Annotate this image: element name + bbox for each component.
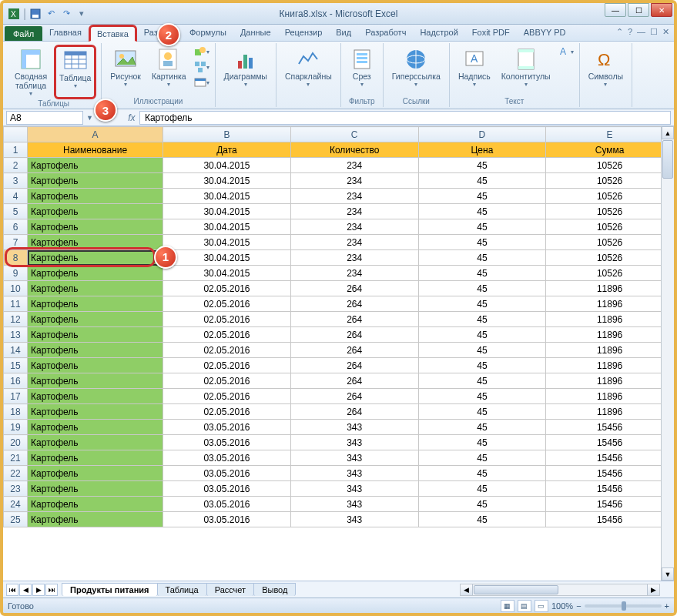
header-cell-4[interactable]: Сумма	[546, 142, 674, 158]
tab-рецензир[interactable]: Рецензир	[278, 25, 330, 41]
hscroll-thumb[interactable]	[474, 585, 558, 594]
cell-B10[interactable]: 02.05.2016	[163, 281, 291, 296]
tab-надстрой[interactable]: Надстрой	[413, 25, 464, 41]
minimize-button[interactable]: —	[605, 3, 626, 17]
cell-A15[interactable]: Картофель	[28, 358, 163, 373]
cell-A7[interactable]: Картофель	[28, 235, 163, 250]
cell-E21[interactable]: 15456	[546, 450, 674, 466]
cell-C13[interactable]: 264	[290, 327, 418, 343]
cell-D23[interactable]: 45	[418, 481, 546, 497]
cell-A9[interactable]: Картофель	[28, 266, 163, 281]
cell-A6[interactable]: Картофель	[28, 219, 163, 235]
row-header-12[interactable]: 12	[4, 312, 28, 327]
table-button[interactable]: Таблица▾	[54, 45, 96, 99]
tab-abbyy pd[interactable]: ABBYY PD	[517, 25, 573, 41]
cell-A10[interactable]: Картофель	[28, 281, 163, 296]
header-cell-1[interactable]: Дата	[163, 142, 291, 158]
cell-C9[interactable]: 234	[290, 266, 418, 281]
worksheet-area[interactable]: ABCDE1НаименованиеДатаКоличествоЦенаСумм…	[3, 126, 674, 581]
row-header-9[interactable]: 9	[4, 266, 28, 281]
cell-A19[interactable]: Картофель	[28, 420, 163, 435]
cell-B3[interactable]: 30.04.2015	[163, 173, 291, 189]
cell-C18[interactable]: 264	[290, 404, 418, 420]
cell-E19[interactable]: 15456	[546, 420, 674, 435]
row-header-16[interactable]: 16	[4, 373, 28, 389]
picture-button[interactable]: Рисунок▾	[106, 45, 145, 90]
cell-D22[interactable]: 45	[418, 466, 546, 481]
cell-C4[interactable]: 234	[290, 189, 418, 204]
formula-input[interactable]: Картофель	[139, 111, 671, 125]
maximize-button[interactable]: ☐	[628, 3, 649, 17]
cell-C10[interactable]: 264	[290, 281, 418, 296]
cell-E24[interactable]: 15456	[546, 497, 674, 512]
col-header-B[interactable]: B	[163, 127, 291, 142]
cell-C14[interactable]: 264	[290, 343, 418, 358]
clipart-button[interactable]: Картинка▾	[148, 45, 190, 90]
select-all-cell[interactable]	[4, 127, 28, 142]
headerfooter-button[interactable]: Колонтитулы▾	[498, 45, 555, 90]
cell-D16[interactable]: 45	[418, 373, 546, 389]
cell-B12[interactable]: 02.05.2016	[163, 312, 291, 327]
row-header-1[interactable]: 1	[4, 142, 28, 158]
row-header-3[interactable]: 3	[4, 173, 28, 189]
namebox-dropdown-icon[interactable]: ▼	[86, 114, 93, 122]
qat-customize-icon[interactable]: ▾	[75, 8, 88, 20]
cell-D3[interactable]: 45	[418, 173, 546, 189]
row-header-7[interactable]: 7	[4, 235, 28, 250]
cell-A20[interactable]: Картофель	[28, 435, 163, 450]
fx-icon[interactable]: fx	[124, 112, 139, 123]
vscroll-thumb[interactable]	[662, 140, 673, 179]
cell-C2[interactable]: 234	[290, 158, 418, 173]
zoom-out-icon[interactable]: −	[576, 601, 581, 611]
cell-A5[interactable]: Картофель	[28, 204, 163, 219]
row-header-4[interactable]: 4	[4, 189, 28, 204]
cell-C12[interactable]: 264	[290, 312, 418, 327]
header-cell-0[interactable]: Наименование	[28, 142, 163, 158]
charts-button[interactable]: Диаграммы▾	[220, 45, 271, 90]
cell-B19[interactable]: 03.05.2016	[163, 420, 291, 435]
cell-B6[interactable]: 30.04.2015	[163, 219, 291, 235]
doc-minimize-icon[interactable]: —	[637, 27, 645, 37]
cell-A16[interactable]: Картофель	[28, 373, 163, 389]
col-header-C[interactable]: C	[290, 127, 418, 142]
sheet-tab-1[interactable]: Таблица	[157, 583, 207, 596]
zoom-level[interactable]: 100%	[551, 601, 573, 611]
cell-D20[interactable]: 45	[418, 435, 546, 450]
row-header-8[interactable]: 8	[4, 250, 28, 266]
cell-C3[interactable]: 234	[290, 173, 418, 189]
doc-close-icon[interactable]: ✕	[662, 27, 669, 37]
cell-C16[interactable]: 264	[290, 373, 418, 389]
cell-A22[interactable]: Картофель	[28, 466, 163, 481]
cell-A12[interactable]: Картофель	[28, 312, 163, 327]
cell-D12[interactable]: 45	[418, 312, 546, 327]
cell-B2[interactable]: 30.04.2015	[163, 158, 291, 173]
cell-E15[interactable]: 11896	[546, 358, 674, 373]
undo-icon[interactable]: ↶	[45, 8, 57, 20]
row-header-11[interactable]: 11	[4, 296, 28, 312]
cell-E6[interactable]: 10526	[546, 219, 674, 235]
row-header-22[interactable]: 22	[4, 466, 28, 481]
cell-E20[interactable]: 15456	[546, 435, 674, 450]
cell-E8[interactable]: 10526	[546, 250, 674, 266]
cell-D17[interactable]: 45	[418, 389, 546, 404]
cell-A13[interactable]: Картофель	[28, 327, 163, 343]
hyperlink-button[interactable]: Гиперссылка▾	[388, 45, 444, 90]
view-normal-icon[interactable]: ▦	[501, 600, 514, 612]
col-header-D[interactable]: D	[418, 127, 546, 142]
row-header-21[interactable]: 21	[4, 450, 28, 466]
cell-C22[interactable]: 343	[290, 466, 418, 481]
row-header-15[interactable]: 15	[4, 358, 28, 373]
cell-D18[interactable]: 45	[418, 404, 546, 420]
cell-A24[interactable]: Картофель	[28, 497, 163, 512]
cell-D7[interactable]: 45	[418, 235, 546, 250]
cell-C11[interactable]: 264	[290, 296, 418, 312]
cell-B20[interactable]: 03.05.2016	[163, 435, 291, 450]
cell-B11[interactable]: 02.05.2016	[163, 296, 291, 312]
scroll-down-icon[interactable]: ▼	[662, 567, 674, 581]
shapes-button[interactable]: ▾	[193, 45, 210, 59]
tab-формулы[interactable]: Формулы	[183, 25, 233, 41]
cell-B13[interactable]: 02.05.2016	[163, 327, 291, 343]
scroll-left-icon[interactable]: ◀	[461, 584, 473, 595]
cell-E7[interactable]: 10526	[546, 235, 674, 250]
cell-C15[interactable]: 264	[290, 358, 418, 373]
